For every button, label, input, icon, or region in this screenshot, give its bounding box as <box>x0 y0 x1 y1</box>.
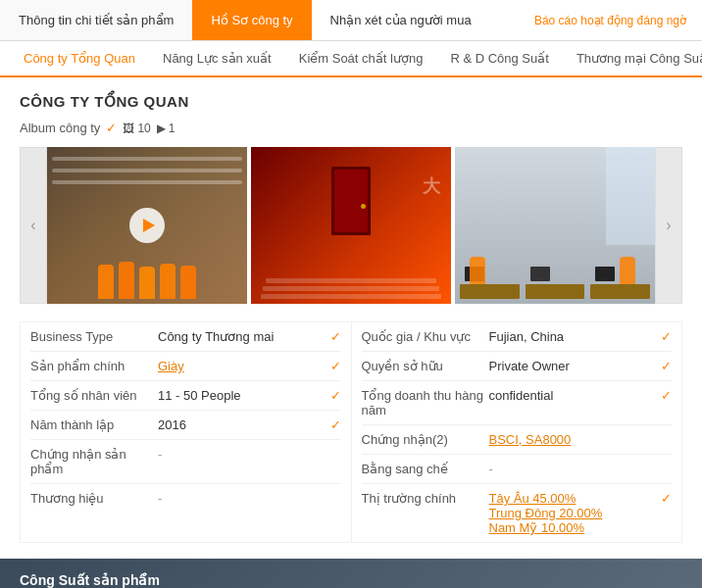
subtab-rd-capacity[interactable]: R & D Công Suất <box>436 41 563 75</box>
album-checkmark: ✓ <box>106 121 117 135</box>
market-line-1[interactable]: Tây Âu 45.00% <box>489 491 651 506</box>
info-row-cert-product: Chứng nhận sản phẩm - <box>30 440 341 484</box>
main-content: CÔNG TY TỔNG QUAN Album công ty ✓ 🖼 10 ▶… <box>0 77 702 559</box>
info-row-patent: Bằng sang chế - <box>362 455 673 484</box>
value-employees: 11 - 50 People <box>158 388 320 403</box>
value-revenue: confidential <box>489 388 651 403</box>
bottom-banner-title: Công Suất sản phẩm <box>20 572 682 588</box>
label-cert-product: Chứng nhận sản phẩm <box>30 447 158 476</box>
value-country: Fujian, China <box>489 329 651 344</box>
gallery-image-2[interactable]: 大 <box>251 147 451 304</box>
check-revenue: ✓ <box>650 388 672 403</box>
section-title: CÔNG TY TỔNG QUAN <box>20 93 682 111</box>
value-main-product[interactable]: Giày <box>158 359 320 373</box>
album-label: Album công ty <box>20 121 100 135</box>
album-row: Album công ty ✓ 🖼 10 ▶ 1 <box>20 121 682 135</box>
info-row-market: Thị trường chính Tây Âu 45.00% Trung Đôn… <box>362 484 673 542</box>
value-patent: - <box>489 462 651 476</box>
info-row-brand: Thương hiệu - <box>30 484 341 513</box>
check-country: ✓ <box>650 329 672 344</box>
value-brand: - <box>158 491 320 506</box>
value-certification[interactable]: BSCI, SA8000 <box>489 432 651 447</box>
label-certification: Chứng nhận(2) <box>362 432 489 447</box>
play-button[interactable] <box>129 208 165 243</box>
label-brand: Thương hiệu <box>30 491 158 506</box>
image-icon: 🖼 <box>123 122 134 135</box>
gallery-next-arrow[interactable]: › <box>655 147 682 304</box>
info-row-country: Quốc gia / Khu vực Fujian, China ✓ <box>362 322 673 352</box>
album-image-count: 🖼 10 <box>123 122 150 135</box>
info-row-employees: Tổng số nhân viên 11 - 50 People ✓ <box>30 381 341 411</box>
gallery-image-3[interactable] <box>455 147 655 304</box>
value-business-type: Công ty Thương mai <box>158 329 320 344</box>
info-section: Business Type Công ty Thương mai ✓ Sản p… <box>20 321 682 543</box>
label-revenue: Tổng doanh thu hàng năm <box>362 388 489 417</box>
check-main-product: ✓ <box>320 359 341 373</box>
gallery: ‹ <box>20 147 682 304</box>
tab-product-detail[interactable]: Thông tin chi tiết sản phẩm <box>0 0 192 40</box>
check-business-type: ✓ <box>320 329 341 344</box>
label-market: Thị trường chính <box>362 491 489 506</box>
check-employees: ✓ <box>320 388 341 403</box>
market-line-2[interactable]: Trung Đông 20.00% <box>489 506 651 520</box>
label-business-type: Business Type <box>30 329 158 344</box>
value-founded: 2016 <box>158 417 320 432</box>
album-video-count: ▶ 1 <box>157 122 176 135</box>
check-ownership: ✓ <box>650 359 672 373</box>
sub-tabs-bar: Công ty Tổng Quan Năng Lực sản xuất Kiểm… <box>0 41 702 77</box>
market-line-3[interactable]: Nam Mỹ 10.00% <box>489 520 651 535</box>
label-employees: Tổng số nhân viên <box>30 388 158 403</box>
info-right: Quốc gia / Khu vực Fujian, China ✓ Quyền… <box>352 322 682 542</box>
label-ownership: Quyền sở hữu <box>362 359 489 373</box>
info-row-founded: Năm thành lập 2016 ✓ <box>30 411 341 440</box>
check-founded: ✓ <box>320 417 341 432</box>
value-cert-product: - <box>158 447 320 462</box>
tab-company-profile[interactable]: Hồ Sơ công ty <box>192 0 311 40</box>
subtab-trade-capacity[interactable]: Thương mại Công Suất <box>563 41 702 75</box>
top-tabs-bar: Thông tin chi tiết sản phẩm Hồ Sơ công t… <box>0 0 702 41</box>
report-link[interactable]: Báo cáo hoạt động đáng ngờ <box>519 0 702 40</box>
bottom-banner: Công Suất sản phẩm <box>0 559 702 588</box>
gallery-image-1[interactable] <box>47 147 247 304</box>
subtab-quality-control[interactable]: Kiểm Soát chất lượng <box>285 41 437 75</box>
label-country: Quốc gia / Khu vực <box>362 329 489 344</box>
info-row-revenue: Tổng doanh thu hàng năm confidential ✓ <box>362 381 673 425</box>
gallery-images: 大 <box>47 147 655 304</box>
video-icon: ▶ <box>157 122 166 135</box>
info-row-certification: Chứng nhận(2) BSCI, SA8000 <box>362 425 673 455</box>
check-market: ✓ <box>650 491 672 506</box>
label-main-product: Sản phẩm chính <box>30 359 158 373</box>
info-row-main-product: Sản phẩm chính Giày ✓ <box>30 352 341 381</box>
label-founded: Năm thành lập <box>30 417 158 432</box>
tab-buyer-reviews[interactable]: Nhận xét của người mua <box>312 0 490 40</box>
value-market: Tây Âu 45.00% Trung Đông 20.00% Nam Mỹ 1… <box>489 491 651 535</box>
label-patent: Bằng sang chế <box>362 462 489 476</box>
info-left: Business Type Công ty Thương mai ✓ Sản p… <box>21 322 351 542</box>
subtab-production-capacity[interactable]: Năng Lực sản xuất <box>149 41 285 75</box>
subtab-company-overview[interactable]: Công ty Tổng Quan <box>10 41 149 77</box>
info-row-business-type: Business Type Công ty Thương mai ✓ <box>30 322 341 352</box>
gallery-prev-arrow[interactable]: ‹ <box>20 147 47 304</box>
value-ownership: Private Owner <box>489 359 651 373</box>
info-row-ownership: Quyền sở hữu Private Owner ✓ <box>362 352 673 381</box>
